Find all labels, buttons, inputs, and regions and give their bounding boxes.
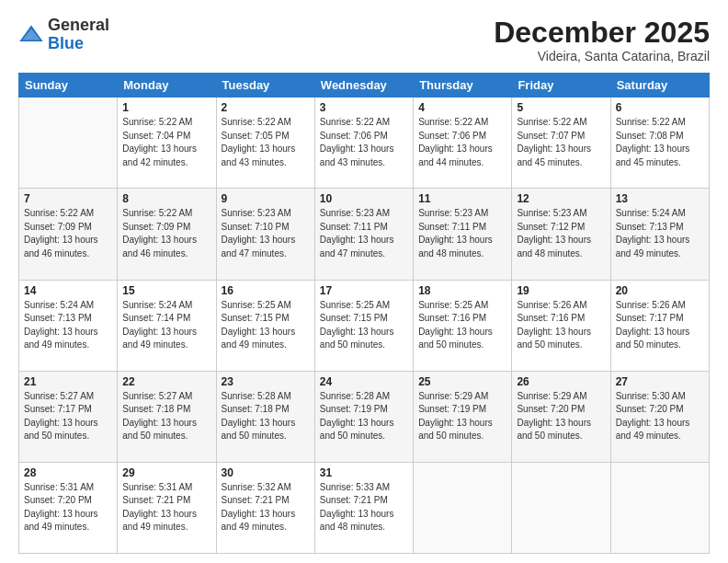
day-number: 21 <box>24 375 112 388</box>
day-info: Sunrise: 5:22 AM Sunset: 7:09 PM Dayligh… <box>122 207 210 260</box>
logo-blue-text: Blue <box>48 35 109 53</box>
month-title: December 2025 <box>494 17 710 49</box>
calendar-cell <box>610 462 709 553</box>
day-info: Sunrise: 5:33 AM Sunset: 7:21 PM Dayligh… <box>320 481 408 534</box>
weekday-header-friday: Friday <box>512 74 610 98</box>
day-info: Sunrise: 5:32 AM Sunset: 7:21 PM Dayligh… <box>222 481 310 534</box>
day-info: Sunrise: 5:23 AM Sunset: 7:11 PM Dayligh… <box>418 207 506 260</box>
day-info: Sunrise: 5:23 AM Sunset: 7:11 PM Dayligh… <box>320 207 408 260</box>
day-number: 10 <box>320 192 408 205</box>
day-number: 28 <box>24 466 112 479</box>
day-info: Sunrise: 5:27 AM Sunset: 7:17 PM Dayligh… <box>24 390 112 443</box>
calendar-cell: 24Sunrise: 5:28 AM Sunset: 7:19 PM Dayli… <box>314 371 413 462</box>
day-number: 30 <box>222 466 310 479</box>
day-info: Sunrise: 5:26 AM Sunset: 7:17 PM Dayligh… <box>616 299 704 352</box>
day-info: Sunrise: 5:22 AM Sunset: 7:04 PM Dayligh… <box>122 116 210 169</box>
day-info: Sunrise: 5:22 AM Sunset: 7:06 PM Dayligh… <box>320 116 408 169</box>
calendar-cell: 22Sunrise: 5:27 AM Sunset: 7:18 PM Dayli… <box>118 371 216 462</box>
day-info: Sunrise: 5:22 AM Sunset: 7:09 PM Dayligh… <box>24 207 112 260</box>
day-info: Sunrise: 5:25 AM Sunset: 7:15 PM Dayligh… <box>222 299 310 352</box>
day-number: 9 <box>222 192 310 205</box>
calendar-cell: 27Sunrise: 5:30 AM Sunset: 7:20 PM Dayli… <box>610 371 709 462</box>
page: General Blue December 2025 Videira, Sant… <box>0 0 728 563</box>
day-info: Sunrise: 5:24 AM Sunset: 7:13 PM Dayligh… <box>616 207 704 260</box>
calendar-cell: 17Sunrise: 5:25 AM Sunset: 7:15 PM Dayli… <box>314 280 413 371</box>
day-number: 4 <box>418 101 506 114</box>
weekday-header-saturday: Saturday <box>610 74 709 98</box>
weekday-header-row: SundayMondayTuesdayWednesdayThursdayFrid… <box>19 74 710 98</box>
calendar-cell: 5Sunrise: 5:22 AM Sunset: 7:07 PM Daylig… <box>512 98 610 189</box>
day-info: Sunrise: 5:28 AM Sunset: 7:19 PM Dayligh… <box>320 390 408 443</box>
day-info: Sunrise: 5:24 AM Sunset: 7:13 PM Dayligh… <box>24 299 112 352</box>
day-info: Sunrise: 5:31 AM Sunset: 7:21 PM Dayligh… <box>122 481 210 534</box>
day-info: Sunrise: 5:25 AM Sunset: 7:15 PM Dayligh… <box>320 299 408 352</box>
calendar-week-row: 14Sunrise: 5:24 AM Sunset: 7:13 PM Dayli… <box>19 280 710 371</box>
day-info: Sunrise: 5:22 AM Sunset: 7:08 PM Dayligh… <box>616 116 704 169</box>
calendar-cell: 10Sunrise: 5:23 AM Sunset: 7:11 PM Dayli… <box>314 189 413 280</box>
calendar-week-row: 7Sunrise: 5:22 AM Sunset: 7:09 PM Daylig… <box>19 189 710 280</box>
day-number: 1 <box>122 101 210 114</box>
calendar-cell: 18Sunrise: 5:25 AM Sunset: 7:16 PM Dayli… <box>414 280 512 371</box>
calendar-cell: 13Sunrise: 5:24 AM Sunset: 7:13 PM Dayli… <box>610 189 709 280</box>
calendar-cell: 23Sunrise: 5:28 AM Sunset: 7:18 PM Dayli… <box>216 371 314 462</box>
calendar-cell: 15Sunrise: 5:24 AM Sunset: 7:14 PM Dayli… <box>118 280 216 371</box>
day-number: 16 <box>222 284 310 297</box>
calendar-cell: 16Sunrise: 5:25 AM Sunset: 7:15 PM Dayli… <box>216 280 314 371</box>
day-number: 15 <box>122 284 210 297</box>
day-number: 14 <box>24 284 112 297</box>
day-number: 6 <box>616 101 704 114</box>
day-info: Sunrise: 5:29 AM Sunset: 7:19 PM Dayligh… <box>418 390 506 443</box>
calendar-cell: 4Sunrise: 5:22 AM Sunset: 7:06 PM Daylig… <box>414 98 512 189</box>
day-info: Sunrise: 5:29 AM Sunset: 7:20 PM Dayligh… <box>517 390 605 443</box>
calendar-cell: 12Sunrise: 5:23 AM Sunset: 7:12 PM Dayli… <box>512 189 610 280</box>
calendar-cell: 20Sunrise: 5:26 AM Sunset: 7:17 PM Dayli… <box>610 280 709 371</box>
day-number: 3 <box>320 101 408 114</box>
day-info: Sunrise: 5:27 AM Sunset: 7:18 PM Dayligh… <box>122 390 210 443</box>
calendar-cell: 19Sunrise: 5:26 AM Sunset: 7:16 PM Dayli… <box>512 280 610 371</box>
calendar-week-row: 21Sunrise: 5:27 AM Sunset: 7:17 PM Dayli… <box>19 371 710 462</box>
weekday-header-sunday: Sunday <box>19 74 118 98</box>
day-number: 31 <box>320 466 408 479</box>
day-number: 29 <box>122 466 210 479</box>
calendar-cell: 30Sunrise: 5:32 AM Sunset: 7:21 PM Dayli… <box>216 462 314 553</box>
day-number: 23 <box>222 375 310 388</box>
title-block: December 2025 Videira, Santa Catarina, B… <box>494 17 710 63</box>
day-number: 2 <box>222 101 310 114</box>
day-number: 5 <box>517 101 605 114</box>
day-number: 11 <box>418 192 506 205</box>
day-info: Sunrise: 5:31 AM Sunset: 7:20 PM Dayligh… <box>24 481 112 534</box>
day-number: 17 <box>320 284 408 297</box>
day-info: Sunrise: 5:28 AM Sunset: 7:18 PM Dayligh… <box>222 390 310 443</box>
day-number: 25 <box>418 375 506 388</box>
day-number: 7 <box>24 192 112 205</box>
logo: General Blue <box>18 17 109 53</box>
logo-general-text: General <box>48 17 109 35</box>
day-number: 13 <box>616 192 704 205</box>
weekday-header-tuesday: Tuesday <box>216 74 314 98</box>
day-info: Sunrise: 5:22 AM Sunset: 7:07 PM Dayligh… <box>517 116 605 169</box>
calendar-table: SundayMondayTuesdayWednesdayThursdayFrid… <box>18 73 710 554</box>
header: General Blue December 2025 Videira, Sant… <box>18 17 710 63</box>
calendar-cell: 11Sunrise: 5:23 AM Sunset: 7:11 PM Dayli… <box>414 189 512 280</box>
day-number: 27 <box>616 375 704 388</box>
calendar-cell: 9Sunrise: 5:23 AM Sunset: 7:10 PM Daylig… <box>216 189 314 280</box>
calendar-cell: 3Sunrise: 5:22 AM Sunset: 7:06 PM Daylig… <box>314 98 413 189</box>
day-info: Sunrise: 5:23 AM Sunset: 7:12 PM Dayligh… <box>517 207 605 260</box>
calendar-cell: 21Sunrise: 5:27 AM Sunset: 7:17 PM Dayli… <box>19 371 118 462</box>
day-number: 24 <box>320 375 408 388</box>
logo-icon <box>18 22 44 48</box>
day-info: Sunrise: 5:26 AM Sunset: 7:16 PM Dayligh… <box>517 299 605 352</box>
weekday-header-monday: Monday <box>118 74 216 98</box>
calendar-cell: 26Sunrise: 5:29 AM Sunset: 7:20 PM Dayli… <box>512 371 610 462</box>
calendar-cell: 31Sunrise: 5:33 AM Sunset: 7:21 PM Dayli… <box>314 462 413 553</box>
day-number: 12 <box>517 192 605 205</box>
day-number: 26 <box>517 375 605 388</box>
calendar-week-row: 28Sunrise: 5:31 AM Sunset: 7:20 PM Dayli… <box>19 462 710 553</box>
day-info: Sunrise: 5:22 AM Sunset: 7:06 PM Dayligh… <box>418 116 506 169</box>
day-info: Sunrise: 5:23 AM Sunset: 7:10 PM Dayligh… <box>222 207 310 260</box>
day-info: Sunrise: 5:30 AM Sunset: 7:20 PM Dayligh… <box>616 390 704 443</box>
day-info: Sunrise: 5:22 AM Sunset: 7:05 PM Dayligh… <box>222 116 310 169</box>
calendar-week-row: 1Sunrise: 5:22 AM Sunset: 7:04 PM Daylig… <box>19 98 710 189</box>
day-number: 8 <box>122 192 210 205</box>
calendar-cell: 2Sunrise: 5:22 AM Sunset: 7:05 PM Daylig… <box>216 98 314 189</box>
